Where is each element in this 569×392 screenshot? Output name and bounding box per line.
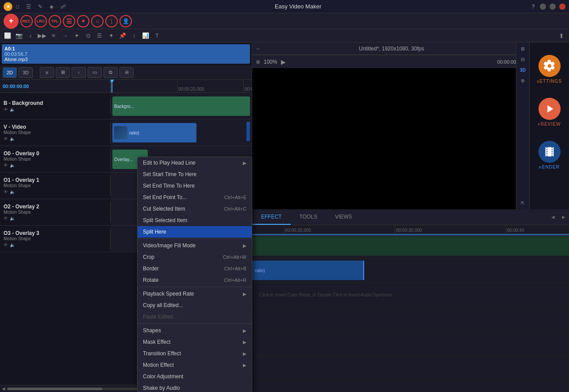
cm-shapes[interactable]: Shapes ▶ <box>138 325 252 336</box>
person-button[interactable]: 👤 <box>119 15 132 27</box>
tb2-btn-12[interactable]: ↕ <box>129 31 139 41</box>
track-o2-speaker[interactable]: 🔈 <box>10 216 15 221</box>
track-list-btn[interactable]: ≡ <box>40 67 54 78</box>
tb-icon-4[interactable]: ◈ <box>50 4 54 10</box>
track-o3-speaker[interactable]: 🔈 <box>10 242 15 247</box>
tb2-btn-8[interactable]: ⊙ <box>83 31 93 41</box>
track-o2-eye[interactable]: 👁 <box>4 216 8 221</box>
cm-set-end-point[interactable]: Set End Point To... Ctrl+Alt+E <box>138 192 252 203</box>
add-media-button[interactable]: + <box>4 14 19 29</box>
bg-track-clip[interactable] <box>252 236 569 256</box>
rec-button[interactable]: REC <box>20 15 33 27</box>
preview-video-container: ← Untitled*, 1920x1080, 30fps T <box>252 42 529 209</box>
tab-views[interactable]: VIEWS <box>326 209 361 225</box>
cm-mask-effect[interactable]: Mask Effect ▶ <box>138 336 252 348</box>
track-video-clip[interactable]: ratio) <box>112 123 196 142</box>
timeline-nav-right[interactable]: ▶ <box>558 215 569 219</box>
vs-expand-btn[interactable]: ⊞ <box>519 44 527 53</box>
track-o1-speaker[interactable]: 🔈 <box>10 189 15 194</box>
cm-cut-item[interactable]: Cut Selected Item Ctrl+Alt+C <box>138 203 252 215</box>
tb2-btn-9[interactable]: ☰ <box>95 31 104 41</box>
preview-action-button[interactable]: PREVIEW <box>532 94 567 130</box>
cm-color-adjustment[interactable]: Color Adjustment <box>138 371 252 382</box>
cm-split-item[interactable]: Split Selected Item <box>138 215 252 226</box>
track-o1-eye[interactable]: 👁 <box>4 189 8 194</box>
vs-zoom-btn[interactable]: ⊕ <box>519 76 527 85</box>
track-bg-speaker[interactable]: 🔈 <box>10 107 15 112</box>
tb-icon-2[interactable]: ☰ <box>26 4 31 10</box>
cm-motion-effect[interactable]: Motion Effect ▶ <box>138 359 252 371</box>
tb2-btn-6[interactable]: → <box>60 31 70 41</box>
music-button[interactable]: ♫ <box>91 15 104 27</box>
tab-effect[interactable]: EFFECT <box>252 209 291 225</box>
minimize-button[interactable] <box>540 4 546 10</box>
track-o0-speaker[interactable]: 🔈 <box>10 163 15 168</box>
lrc-button[interactable]: LRC <box>35 15 47 27</box>
render-button[interactable]: RENDER <box>532 137 567 173</box>
close-button[interactable] <box>559 4 565 10</box>
maximize-button[interactable] <box>550 4 556 10</box>
tb-icon-3[interactable]: ✎ <box>38 4 42 10</box>
track-video-icons: 👁 🔈 <box>4 136 107 141</box>
track-up-btn[interactable]: ↑ <box>72 67 86 78</box>
cm-crop[interactable]: Crop Ctrl+Alt+W <box>138 251 252 263</box>
audio-track-id: A0:1 <box>4 46 247 51</box>
track-o0-eye[interactable]: 👁 <box>4 163 8 168</box>
tb-icon-1[interactable]: □ <box>16 4 19 10</box>
track-video-speaker[interactable]: 🔈 <box>10 136 15 141</box>
track-video-content[interactable]: ratio) <box>111 119 252 146</box>
nav-arrow-left[interactable]: ← <box>256 46 261 52</box>
audio-track-item[interactable]: A0:1 00:03:56.7 Alone.mp3 <box>2 44 250 64</box>
mode-2d-button[interactable]: 2D <box>3 67 17 78</box>
cm-rotate[interactable]: Rotate Ctrl+Alt+R <box>138 274 252 286</box>
mode-3d-button[interactable]: 3D <box>19 67 33 78</box>
wave-button[interactable]: ⋮ <box>105 15 118 27</box>
tb2-btn-13[interactable]: 📊 <box>141 31 150 41</box>
list-button[interactable]: ☰ <box>63 15 75 27</box>
cm-border[interactable]: Border Ctrl+Alt+B <box>138 263 252 274</box>
scroll-left-btn[interactable]: ◀ <box>2 386 5 391</box>
tpl-button[interactable]: TPL <box>49 15 61 27</box>
tb2-btn-4[interactable]: ▶▶ <box>37 31 47 41</box>
tb2-btn-3[interactable]: ♪ <box>26 31 35 41</box>
tab-tools[interactable]: TOOLS <box>291 209 326 225</box>
timeline-nav-left[interactable]: ◀ <box>548 215 558 219</box>
tb2-btn-10[interactable]: ✦ <box>106 31 116 41</box>
video-track-clip[interactable]: ratio) <box>252 261 363 280</box>
track-row-background: B - Background 👁 🔈 Backgro... <box>0 93 252 119</box>
settings-button[interactable]: SETTINGS <box>532 51 567 87</box>
track-video-eye[interactable]: 👁 <box>4 136 8 141</box>
track-copy-btn[interactable]: ⧉ <box>104 67 118 78</box>
tb2-btn-1[interactable]: ⬜ <box>3 31 12 41</box>
play-button[interactable]: ▶ <box>281 58 286 65</box>
tb2-btn-7[interactable]: ✦ <box>72 31 81 41</box>
track-minus-btn[interactable]: ⊖ <box>119 67 134 78</box>
track-grid-btn[interactable]: ⊞ <box>56 67 70 78</box>
cm-fill-mode[interactable]: Video/Image Fill Mode ▶ <box>138 240 252 251</box>
tb2-btn-5[interactable]: ≡ <box>49 31 58 41</box>
tb2-btn-11[interactable]: 📌 <box>118 31 127 41</box>
track-bg-clip[interactable]: Backgro... <box>112 96 250 116</box>
cm-set-start[interactable]: Set Start Time To Here <box>138 169 252 180</box>
cm-shake-audio[interactable]: Shake by Audio <box>138 382 252 392</box>
vs-3d-btn[interactable]: 3D <box>519 65 527 74</box>
cm-split-here[interactable]: Split Here <box>138 226 252 238</box>
track-bg-content[interactable]: Backgro... <box>111 93 252 119</box>
cm-edit-play-head[interactable]: Edit to Play Head Line ▶ <box>138 157 252 169</box>
thumb-bg <box>114 126 127 139</box>
vs-crop-btn[interactable]: ⊟ <box>519 55 527 64</box>
cm-playback-speed[interactable]: Playback Speed Rate ▶ <box>138 288 252 300</box>
tb-icon-5[interactable]: ☍ <box>61 4 66 10</box>
star-button[interactable]: ✦ <box>77 15 89 27</box>
cm-set-end[interactable]: Set End Time To Here <box>138 180 252 192</box>
help-button[interactable]: ? <box>530 4 536 10</box>
tb2-btn-14[interactable]: T <box>152 31 162 41</box>
cm-transition-effect[interactable]: Transition Effect ▶ <box>138 348 252 359</box>
export-button[interactable]: ⬆ <box>557 31 566 41</box>
vs-full-btn[interactable]: ⇱ <box>519 199 527 208</box>
cm-copy-all-edited[interactable]: Copy all Edited... <box>138 300 252 311</box>
track-o3-eye[interactable]: 👁 <box>4 242 8 247</box>
tb2-btn-2[interactable]: 📷 <box>14 31 24 41</box>
track-rect-btn[interactable]: ▭ <box>88 67 102 78</box>
track-bg-eye[interactable]: 👁 <box>4 107 8 112</box>
